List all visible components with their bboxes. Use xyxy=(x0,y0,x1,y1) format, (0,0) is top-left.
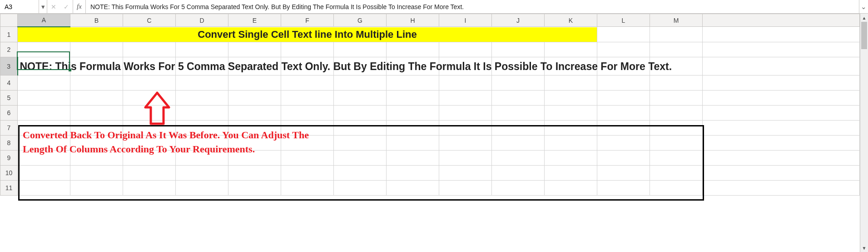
name-box[interactable] xyxy=(0,0,39,13)
column-header[interactable]: M xyxy=(650,14,703,27)
cell[interactable] xyxy=(439,136,492,151)
cell[interactable] xyxy=(597,42,650,57)
cell[interactable] xyxy=(597,181,650,196)
cell[interactable] xyxy=(281,166,334,181)
scroll-up-button[interactable]: ▲ xyxy=(860,14,868,22)
cell[interactable] xyxy=(334,151,387,166)
cell[interactable] xyxy=(492,42,545,57)
column-header[interactable]: K xyxy=(545,14,597,27)
cell[interactable] xyxy=(545,42,597,57)
cell[interactable] xyxy=(703,42,860,57)
cell[interactable] xyxy=(334,42,387,57)
cell[interactable] xyxy=(650,166,703,181)
cell[interactable] xyxy=(597,76,650,91)
column-header[interactable]: F xyxy=(281,14,334,27)
cell[interactable] xyxy=(123,166,176,181)
cell[interactable] xyxy=(176,76,228,91)
enter-button[interactable]: ✓ xyxy=(60,0,73,13)
cell[interactable] xyxy=(334,181,387,196)
cell[interactable] xyxy=(387,181,439,196)
cell[interactable] xyxy=(439,151,492,166)
row-header[interactable]: 11 xyxy=(0,181,18,196)
row-header[interactable]: 9 xyxy=(0,151,18,166)
cell[interactable] xyxy=(387,166,439,181)
cell[interactable] xyxy=(70,42,123,57)
scroll-down-button[interactable]: ▼ xyxy=(860,244,868,252)
cell[interactable] xyxy=(439,42,492,57)
row-header[interactable]: 7 xyxy=(0,121,18,136)
cell[interactable] xyxy=(650,106,703,121)
cell[interactable] xyxy=(650,91,703,106)
cell[interactable] xyxy=(228,91,281,106)
scroll-track[interactable] xyxy=(860,22,868,244)
scroll-thumb[interactable] xyxy=(861,22,867,49)
cell[interactable] xyxy=(492,121,545,136)
cell[interactable] xyxy=(650,42,703,57)
cell[interactable] xyxy=(123,42,176,57)
name-box-dropdown[interactable]: ▾ xyxy=(39,0,47,13)
row-header[interactable]: 10 xyxy=(0,166,18,181)
cell[interactable] xyxy=(387,136,439,151)
cell[interactable] xyxy=(70,166,123,181)
cell[interactable] xyxy=(281,76,334,91)
cell[interactable] xyxy=(334,136,387,151)
cell[interactable] xyxy=(70,91,123,106)
cancel-button[interactable]: ✕ xyxy=(47,0,60,13)
cell[interactable] xyxy=(18,76,70,91)
cell[interactable] xyxy=(387,106,439,121)
cell[interactable] xyxy=(545,76,597,91)
cell[interactable] xyxy=(228,76,281,91)
cell[interactable] xyxy=(18,181,70,196)
name-box-input[interactable] xyxy=(4,3,35,11)
cell[interactable] xyxy=(545,136,597,151)
cell[interactable] xyxy=(334,91,387,106)
cell[interactable] xyxy=(492,181,545,196)
row-header[interactable]: 2 xyxy=(0,42,18,57)
row-header[interactable]: 4 xyxy=(0,76,18,91)
cell[interactable] xyxy=(228,181,281,196)
cell[interactable] xyxy=(281,181,334,196)
cell[interactable] xyxy=(387,151,439,166)
cell[interactable] xyxy=(334,76,387,91)
cell[interactable] xyxy=(650,136,703,151)
cell[interactable] xyxy=(703,76,860,91)
insert-function-button[interactable]: fx xyxy=(73,0,85,13)
cell[interactable] xyxy=(545,181,597,196)
cell[interactable] xyxy=(387,121,439,136)
cell[interactable] xyxy=(545,91,597,106)
cell[interactable] xyxy=(228,166,281,181)
cell[interactable] xyxy=(597,151,650,166)
cell[interactable] xyxy=(176,106,228,121)
cell[interactable] xyxy=(123,181,176,196)
select-all-corner[interactable] xyxy=(0,14,18,27)
cell[interactable] xyxy=(597,166,650,181)
cell[interactable] xyxy=(703,166,860,181)
vertical-scrollbar[interactable]: ▲ ▼ xyxy=(860,14,868,252)
row-header[interactable]: 1 xyxy=(0,27,18,42)
cell[interactable] xyxy=(334,166,387,181)
cell[interactable] xyxy=(703,91,860,106)
column-header[interactable]: L xyxy=(597,14,650,27)
cell[interactable] xyxy=(334,121,387,136)
cell[interactable] xyxy=(492,76,545,91)
cell[interactable] xyxy=(176,91,228,106)
column-header[interactable]: I xyxy=(439,14,492,27)
cell[interactable] xyxy=(281,42,334,57)
cell[interactable] xyxy=(228,42,281,57)
cell[interactable] xyxy=(70,181,123,196)
worksheet[interactable]: A B C D E F G H I J K L M 1 Convert Sing… xyxy=(0,14,860,252)
cell[interactable] xyxy=(492,166,545,181)
title-cell[interactable]: Convert Single Cell Text line Into Multi… xyxy=(18,27,597,42)
cell[interactable] xyxy=(703,181,860,196)
cell[interactable] xyxy=(597,136,650,151)
column-header[interactable]: A xyxy=(18,14,70,27)
cell[interactable] xyxy=(387,42,439,57)
cell[interactable] xyxy=(545,151,597,166)
fill-handle[interactable] xyxy=(69,69,71,71)
cell[interactable] xyxy=(597,27,650,42)
cell[interactable] xyxy=(281,106,334,121)
column-header[interactable]: C xyxy=(123,14,176,27)
cell[interactable] xyxy=(18,91,70,106)
cell[interactable] xyxy=(703,136,860,151)
column-header[interactable]: J xyxy=(492,14,545,27)
